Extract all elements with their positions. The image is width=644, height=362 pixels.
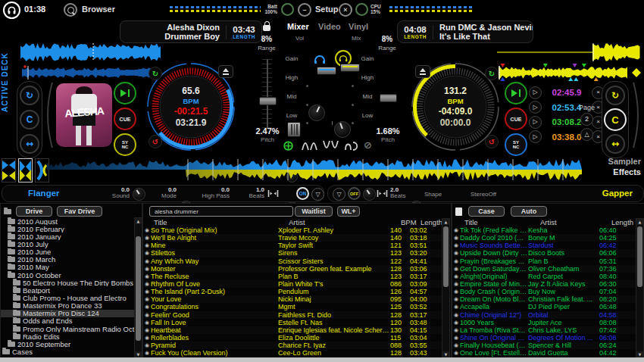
channel-fader-handle-left[interactable]: [317, 67, 336, 75]
loop-out-icon-right[interactable]: ↺: [485, 135, 499, 148]
tab-sampler[interactable]: Sampler: [588, 157, 641, 166]
table-row[interactable]: ◉Dream On (Moto Blanco...Christian Falk …: [452, 295, 636, 303]
tree-item[interactable]: Club Promo - House and Electro: [1, 294, 134, 301]
channel-fader-handle-right[interactable]: [340, 64, 360, 72]
cue-play-button[interactable]: ▷: [529, 116, 542, 129]
scroll-thumb[interactable]: [443, 226, 449, 287]
table-row[interactable]: ◉La Tromba (Riva Starr R...Chris Lake, L…: [452, 326, 636, 334]
drive-button[interactable]: Drive: [16, 206, 52, 217]
search-input[interactable]: alesha drummer: [149, 206, 293, 217]
table-row[interactable]: ◉Empire State of Mind (F...Jay Z ft Alic…: [452, 280, 636, 288]
fx-right-select-icon[interactable]: ▽: [333, 188, 345, 201]
gapper-knob-1[interactable]: [363, 188, 376, 201]
scroll-thumb[interactable]: [637, 226, 642, 287]
tree-item[interactable]: Beatport: [1, 286, 134, 294]
minimize-button[interactable]: –: [298, 3, 311, 17]
table-row[interactable]: ◉1000 YearsJupiter Ace08:08: [452, 319, 636, 326]
col-bpm[interactable]: BPM: [401, 218, 420, 226]
tree-item[interactable]: 2010 February: [1, 225, 134, 232]
table-row[interactable]: ◉Feelin' GoodFaithless Ft. Dido12803:17: [143, 311, 442, 319]
sync-button-right[interactable]: SY NC: [505, 133, 527, 156]
tree-item[interactable]: 2010 January: [1, 232, 134, 240]
tree-item[interactable]: 2010 June: [1, 248, 134, 256]
crossfader-curve-scratch-icon[interactable]: [344, 140, 360, 151]
fx-left-select-icon[interactable]: ▽: [311, 188, 324, 201]
loop-in-icon-left[interactable]: ↻: [148, 67, 162, 80]
beat-scroll-strip[interactable]: [47, 157, 582, 183]
loop-length-icon[interactable]: ↔: [20, 134, 39, 154]
table-row[interactable]: ◉Alright(Original)Red Carpet08:40: [452, 273, 636, 280]
crossfader-curve-full-icon[interactable]: [302, 140, 317, 151]
tree-item[interactable]: Mastermix Pro Dance 33: [1, 302, 134, 310]
loop-length-icon[interactable]: ↔: [605, 134, 625, 154]
tree-item[interactable]: 2010 August: [1, 217, 134, 225]
keylock-icon-left[interactable]: [263, 25, 270, 31]
fav-drive-button[interactable]: Fav Drive: [57, 206, 102, 217]
tree-scrollbar[interactable]: ▲ ▼: [134, 217, 142, 358]
setup-menu[interactable]: Setup: [315, 5, 339, 14]
case-button[interactable]: Case: [468, 206, 505, 217]
page-curl-right[interactable]: [632, 82, 642, 148]
tree-item[interactable]: Odds and Ends: [1, 317, 134, 325]
table-row[interactable]: ◉Prayin (Breakages Bad ...Plan B05:31: [452, 257, 636, 265]
tree-item[interactable]: 2010 September: [1, 340, 134, 348]
table-row[interactable]: ◉Music Sounds Better Wi...Stardust06:42: [452, 242, 636, 249]
cue-play-button[interactable]: ▷: [529, 86, 542, 99]
cue-page-button[interactable]: 2: [580, 113, 593, 126]
table-row[interactable]: ◉Fuck You (Clean Version)Cee-Lo Green128…: [143, 349, 442, 357]
tab-effects[interactable]: Effects: [588, 167, 641, 176]
loop-c-button[interactable]: C: [604, 108, 627, 131]
table-row[interactable]: ◉CongratulationsMgmt12503:52: [143, 303, 442, 311]
play-button-left[interactable]: [114, 82, 136, 105]
waitlist-button[interactable]: Waitlist: [295, 206, 333, 217]
scroll-down-icon[interactable]: ▼: [135, 351, 142, 357]
pitch-slider-left[interactable]: [262, 59, 272, 129]
beatlock-icon[interactable]: [267, 189, 279, 198]
right-scrollbar[interactable]: ▲ ▼: [636, 218, 644, 358]
table-row[interactable]: ◉Upside Down (Dirty Fre...Disco Boots06:…: [452, 249, 636, 257]
table-row[interactable]: ◉Chime (Original 12")Orbital04:58: [452, 311, 636, 319]
cue-button-right[interactable]: CUE: [505, 108, 527, 130]
deck-position-bar-right-bottom[interactable]: [389, 10, 474, 12]
tab-video[interactable]: Video: [318, 22, 341, 31]
auto-button[interactable]: Auto: [511, 206, 547, 217]
cue-play-button[interactable]: ▷: [529, 101, 542, 114]
zoom-thumb-2[interactable]: [18, 158, 33, 183]
scroll-up-icon[interactable]: ▲: [442, 219, 449, 225]
table-row[interactable]: ◉Fall In LoveEstelle Ft. Nas12003:48: [143, 319, 442, 326]
table-row[interactable]: ◉One Love [Ft. Estelle] [F...David Guett…: [452, 349, 636, 357]
tree-item[interactable]: Promo Only Mainstream Radio Octob: [1, 325, 134, 332]
table-row[interactable]: ◉Tik Tok (Fred Falke Rem...Kesha06:40: [452, 226, 636, 234]
cue-play-button[interactable]: ▷: [529, 130, 542, 143]
table-row[interactable]: ◉MineTaylor Swift12103:51: [143, 242, 442, 249]
beatlock-icon[interactable]: [377, 189, 388, 198]
crossfader-curve-cut-icon[interactable]: [323, 140, 339, 151]
table-row[interactable]: ◉We'll Be AlrightTravie Mccoy14003:18: [143, 234, 442, 242]
table-row[interactable]: ◉Shine On (Original 12")Degrees Of Motio…: [452, 334, 636, 342]
col-artist[interactable]: Artist: [540, 218, 611, 226]
tree-item[interactable]: 2010 October: [1, 271, 134, 279]
tree-item[interactable]: Cases: [1, 348, 134, 355]
table-row[interactable]: ◉Rhythm Of LovePlain White T's08603:09: [143, 280, 442, 288]
loop-icon[interactable]: ↻: [20, 86, 39, 105]
deck-position-bar-left-top[interactable]: [170, 6, 261, 8]
zoom-thumb-1[interactable]: [2, 158, 16, 183]
table-row[interactable]: ◉StilettosSirens12303:20: [143, 249, 442, 257]
play-button-right[interactable]: [505, 82, 527, 105]
table-row[interactable]: ◉Body Crash ( Original Mi...Buy Now07:04: [452, 288, 636, 295]
pitch-slider-handle-left[interactable]: [259, 97, 277, 105]
tab-vinyl[interactable]: Vinyl: [349, 22, 368, 31]
tree-item[interactable]: 2010 May: [1, 264, 134, 271]
eject-button-left[interactable]: [218, 65, 233, 78]
table-row[interactable]: ◉Get Down Saturday Nig...Oliver Cheatham…: [452, 265, 636, 273]
pitch-slider-handle-right[interactable]: [380, 94, 397, 102]
table-row[interactable]: ◉RollerbladesEliza Doolittle11503:04: [143, 334, 442, 342]
mix-knob[interactable]: [334, 121, 351, 138]
crossfader-link-icon[interactable]: ⨁: [283, 139, 293, 151]
page-curl-left[interactable]: [43, 82, 54, 148]
col-length[interactable]: Length: [611, 218, 636, 226]
album-art-left[interactable]: ALESHA: [56, 83, 112, 147]
wl-plus-button[interactable]: WL+: [337, 206, 360, 217]
loop-c-button[interactable]: C: [20, 110, 39, 130]
table-row[interactable]: ◉AccapellaDJ Pied Piper06:48: [452, 303, 636, 311]
